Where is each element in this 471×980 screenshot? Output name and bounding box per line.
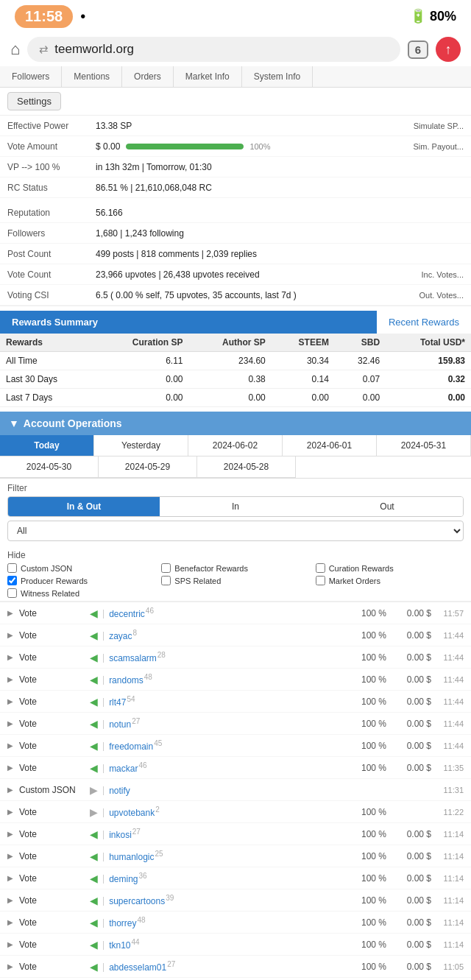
op-expand-0[interactable]: ▶ [7,609,15,617]
tab-followers[interactable]: Followers [0,66,62,87]
op-expand-3[interactable]: ▶ [7,675,15,683]
hide-section: Hide Custom JSONBenefactor RewardsCurati… [0,546,471,602]
op-pct-16: 100 % [350,962,386,972]
filter-tabs: In & Out In Out [7,496,464,517]
tab-market-info[interactable]: Market Info [174,66,242,87]
op-divider-0: | [102,608,105,618]
hide-checkbox-item-3[interactable]: Producer Rewards [7,576,155,585]
simulate-sp-button[interactable]: Simulate SP... [414,121,464,130]
op-expand-11[interactable]: ▶ [7,852,15,860]
op-user-8[interactable]: notify [109,783,345,796]
hide-checkbox-5[interactable] [316,576,325,585]
settings-button[interactable]: Settings [7,92,61,110]
op-user-2[interactable]: scamsalarm28 [109,651,345,663]
op-expand-5[interactable]: ▶ [7,719,15,727]
hide-checkbox-2[interactable] [316,563,325,573]
hide-checkbox-item-5[interactable]: Market Orders [316,576,464,585]
effective-power-value: 13.38 SP [96,121,414,131]
op-row-9: ▶ Vote ▶ | upvotebank2 100 % 11:22 [0,801,471,823]
rewards-row-label: Last 30 Days [0,370,95,389]
op-expand-6[interactable]: ▶ [7,741,15,750]
op-user-16[interactable]: abdesselam0127 [109,960,345,973]
date-tab-20240530[interactable]: 2024-05-30 [0,456,99,478]
date-tab-20240531[interactable]: 2024-05-31 [377,435,471,456]
op-expand-2[interactable]: ▶ [7,653,15,661]
date-tab-today[interactable]: Today [0,435,94,456]
op-expand-7[interactable]: ▶ [7,764,15,772]
op-amount-3: 0.00 $ [391,674,431,685]
op-user-15[interactable]: tkn1044 [109,938,345,951]
home-icon[interactable]: ⌂ [10,40,20,59]
tab-orders[interactable]: Orders [122,66,174,87]
hide-checkbox-0[interactable] [7,563,17,573]
op-expand-13[interactable]: ▶ [7,896,15,904]
hide-checkbox-6[interactable] [7,588,17,598]
date-tab-20240529[interactable]: 2024-05-29 [99,456,197,478]
date-tab-spacer [296,456,471,478]
op-expand-9[interactable]: ▶ [7,808,15,816]
op-user-9[interactable]: upvotebank2 [109,805,345,818]
op-user-11[interactable]: humanlogic25 [109,850,345,862]
filter-select[interactable]: All [7,521,464,541]
date-tab-yesterday[interactable]: Yesterday [94,435,188,456]
hide-checkbox-item-0[interactable]: Custom JSON [7,563,155,573]
op-row-5: ▶ Vote ◀ | notun27 100 % 0.00 $ 11:44 [0,713,471,735]
hide-checkbox-item-4[interactable]: SPS Related [161,576,309,585]
op-expand-15[interactable]: ▶ [7,940,15,948]
op-expand-14[interactable]: ▶ [7,918,15,926]
op-time-3: 11:44 [436,675,464,684]
op-arrow-11: ◀ [90,850,98,862]
tab-system-info[interactable]: System Info [242,66,313,87]
date-tab-20240528[interactable]: 2024-05-28 [197,456,296,478]
op-amount-13: 0.00 $ [391,895,431,906]
filter-label: Filter [7,483,464,493]
tabs-badge[interactable]: 6 [408,40,428,59]
op-row-8: ▶ Custom JSON ▶ | notify 11:31 [0,779,471,801]
url-bar[interactable]: ⇄ teemworld.org [27,37,400,62]
op-user-12[interactable]: deming36 [109,872,345,884]
upload-button[interactable]: ↑ [436,37,461,62]
date-tab-20240602[interactable]: 2024-06-02 [188,435,283,456]
op-expand-8[interactable]: ▶ [7,786,15,794]
op-user-0[interactable]: decentric46 [109,607,345,619]
op-divider-2: | [102,652,105,663]
op-expand-10[interactable]: ▶ [7,830,15,838]
op-user-3[interactable]: randoms48 [109,673,345,685]
vp-to-100-row: VP --> 100 % in 13h 32m | Tomorrow, 01:3… [0,157,471,177]
hide-checkbox-item-1[interactable]: Benefactor Rewards [161,563,309,573]
rewards-row-steem: 30.34 [272,352,335,370]
op-expand-4[interactable]: ▶ [7,697,15,705]
followers-value: 1,680 | 1,243 following [96,228,464,239]
op-user-1[interactable]: zayac8 [109,629,345,641]
op-user-6[interactable]: freedomain45 [109,739,345,752]
filter-tab-in[interactable]: In [160,497,311,516]
filter-tab-out[interactable]: Out [311,497,463,516]
sim-payout-button[interactable]: Sim. Payout... [414,142,464,151]
tab-mentions[interactable]: Mentions [62,66,122,87]
rewards-summary-tab[interactable]: Rewards Summary [0,311,377,334]
hide-checkbox-3[interactable] [7,576,17,585]
rewards-recent-tab[interactable]: Recent Rewards [377,311,471,334]
op-row-15: ▶ Vote ◀ | tkn1044 100 % 0.00 $ 11:14 [0,934,471,956]
op-expand-1[interactable]: ▶ [7,631,15,639]
op-user-5[interactable]: notun27 [109,717,345,730]
hide-checkbox-item-2[interactable]: Curation Rewards [316,563,464,573]
vote-amount-row: Vote Amount $ 0.00 100% Sim. Payout... [0,136,471,157]
hide-checkbox-item-6[interactable]: Witness Related [7,588,155,598]
op-time-14: 11:14 [436,918,464,927]
op-user-14[interactable]: thorrey48 [109,916,345,928]
op-user-4[interactable]: rlt4754 [109,695,345,708]
op-expand-16[interactable]: ▶ [7,962,15,970]
hide-checkbox-4[interactable] [161,576,171,585]
inc-votes-button[interactable]: Inc. Votes... [422,270,464,279]
filter-tab-in-out[interactable]: In & Out [8,497,160,516]
out-votes-button[interactable]: Out. Votes... [419,291,464,300]
op-user-13[interactable]: supercartoons39 [109,894,345,906]
hide-checkbox-1[interactable] [161,563,171,573]
op-expand-12[interactable]: ▶ [7,874,15,882]
followers-label: Followers [7,228,96,239]
op-user-10[interactable]: inkosi27 [109,828,345,840]
settings-area: Settings [0,88,471,116]
date-tab-20240601[interactable]: 2024-06-01 [283,435,377,456]
op-user-7[interactable]: mackar46 [109,761,345,774]
